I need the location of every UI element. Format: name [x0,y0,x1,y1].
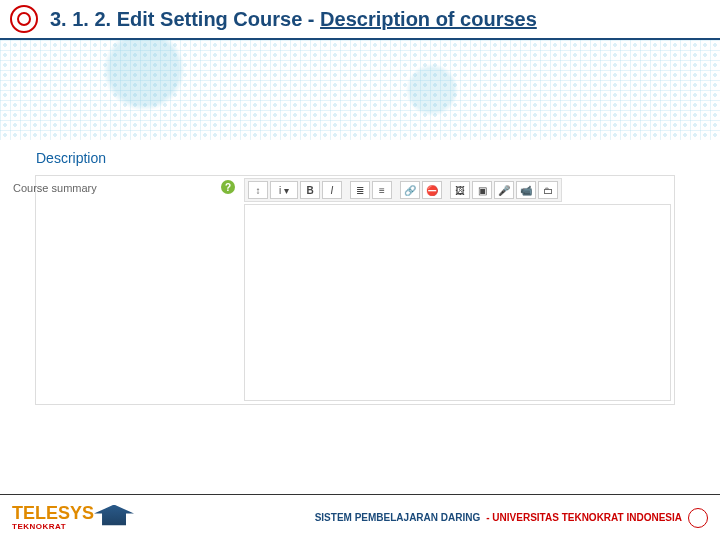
course-summary-editor[interactable] [244,204,671,401]
editor-toolbar: ↕ i ▾ B I ≣ ≡ 🔗 ⛔ 🖼 ▣ 🎤 📹 🗀 [244,178,562,202]
institution-logo-icon [10,5,38,33]
collapse-icon[interactable]: ↕ [248,181,268,199]
media-button[interactable]: ▣ [472,181,492,199]
footer-logo-icon [688,508,708,528]
record-audio-button[interactable]: 🎤 [494,181,514,199]
title-prefix: 3. 1. 2. Edit Setting Course - [50,8,320,30]
field-label: Course summary [13,182,97,194]
institution-name: - UNIVERSITAS TEKNOKRAT INDONESIA [486,512,682,523]
footer-brand: TELESYS TEKNOKRAT [12,504,134,531]
bullet-list-button[interactable]: ≣ [350,181,370,199]
decorative-pixel-bg [0,40,720,140]
italic-button[interactable]: I [322,181,342,199]
styles-dropdown[interactable]: i ▾ [270,181,298,199]
image-button[interactable]: 🖼 [450,181,470,199]
title-highlight: Description of courses [320,8,537,30]
section-heading: Description [36,150,106,166]
link-button[interactable]: 🔗 [400,181,420,199]
slide-footer: TELESYS TEKNOKRAT SISTEM PEMBELAJARAN DA… [0,494,720,540]
unlink-button[interactable]: ⛔ [422,181,442,199]
number-list-button[interactable]: ≡ [372,181,392,199]
description-editor-panel: Description Course summary ? ↕ i ▾ B I ≣… [35,175,675,405]
graduation-cap-icon [94,505,134,531]
help-icon[interactable]: ? [221,180,235,194]
manage-files-button[interactable]: 🗀 [538,181,558,199]
bold-button[interactable]: B [300,181,320,199]
record-video-button[interactable]: 📹 [516,181,536,199]
brand-main: TELESYS [12,504,94,522]
footer-text: SISTEM PEMBELAJARAN DARING - UNIVERSITAS… [315,508,708,528]
system-name: SISTEM PEMBELAJARAN DARING [315,512,481,523]
slide-title: 3. 1. 2. Edit Setting Course - Descripti… [50,8,537,31]
brand-sub: TEKNOKRAT [12,522,94,531]
slide-header: 3. 1. 2. Edit Setting Course - Descripti… [0,0,720,40]
